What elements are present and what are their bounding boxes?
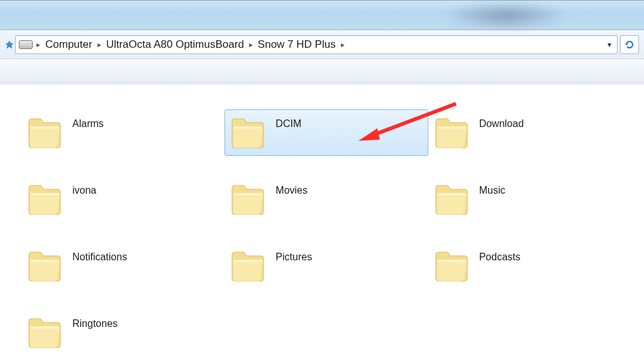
folder-icon [26,180,64,217]
folder-icon [433,180,470,217]
folder-icon [26,114,64,150]
folder-label: Movies [275,180,308,196]
breadcrumb-separator-icon[interactable]: ▸ [34,40,43,49]
folder-item[interactable]: Music [428,176,631,223]
folder-item[interactable]: Notifications [21,243,225,289]
window-titlebar [0,0,644,30]
folder-item[interactable]: DCIM [225,109,428,156]
breadcrumb-storage[interactable]: Snow 7 HD Plus [255,36,338,53]
address-dropdown-icon[interactable]: ▾ [604,40,615,49]
folder-label: Download [479,114,524,130]
folder-grid: Alarms DCIM Download ivona Movie [21,109,631,356]
folder-icon [229,180,267,217]
folder-icon [229,114,267,150]
toolbar [0,59,644,83]
folder-item[interactable]: Podcasts [428,243,631,289]
address-bar[interactable]: ▸ Computer ▸ UltraOcta A80 OptimusBoard … [15,35,618,54]
breadcrumb-separator-icon[interactable]: ▸ [247,40,255,49]
refresh-icon [624,39,635,50]
folder-icon [433,247,470,284]
folder-content-pane[interactable]: Alarms DCIM Download ivona Movie [0,84,644,359]
folder-icon [26,247,64,284]
breadcrumb-separator-icon[interactable]: ▸ [338,40,347,49]
folder-item[interactable]: Movies [225,176,428,223]
folder-item[interactable]: Download [428,109,631,156]
breadcrumb-computer[interactable]: Computer [43,36,95,53]
folder-label: Podcasts [479,247,521,263]
folder-item[interactable]: ivona [21,176,225,223]
breadcrumb-separator-icon[interactable]: ▸ [95,40,104,49]
folder-item[interactable]: Pictures [225,243,428,289]
folder-label: Music [479,180,506,196]
folder-item[interactable]: Alarms [21,109,225,156]
breadcrumb-device[interactable]: UltraOcta A80 OptimusBoard [104,36,247,53]
refresh-button[interactable] [620,35,639,54]
favorites-icon[interactable] [5,40,14,49]
address-bar-row: ▸ Computer ▸ UltraOcta A80 OptimusBoard … [0,30,644,59]
folder-label: Alarms [72,114,104,130]
folder-item[interactable]: Ringtones [21,309,225,356]
svg-marker-0 [6,41,13,48]
folder-label: Pictures [275,247,312,263]
folder-icon [229,247,267,284]
folder-label: Notifications [72,247,127,263]
folder-label: DCIM [275,114,301,130]
folder-icon [433,114,470,150]
folder-label: Ringtones [72,314,118,329]
drive-icon [19,40,33,49]
folder-icon [26,314,64,350]
folder-label: ivona [72,180,96,196]
